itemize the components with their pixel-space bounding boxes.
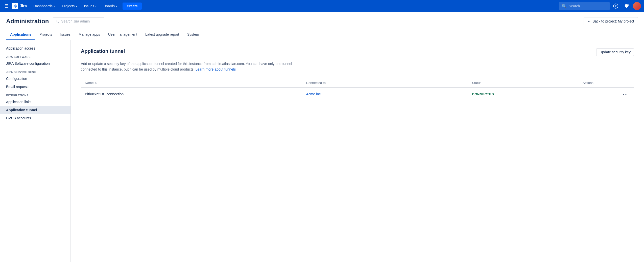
learn-more-link[interactable]: Learn more about tunnels <box>196 67 236 71</box>
nav-issues[interactable]: Issues ▾ <box>82 0 99 12</box>
sidebar-item-configuration[interactable]: Configuration <box>0 75 70 83</box>
content-wrapper: Application access JIRA SOFTWARE JIRA So… <box>0 40 644 262</box>
section-title: Application tunnel <box>81 48 125 54</box>
sidebar-section-jira-software: JIRA SOFTWARE <box>0 52 70 59</box>
tab-user-management[interactable]: User management <box>104 29 141 40</box>
sidebar-item-application-links[interactable]: Application links <box>0 98 70 106</box>
table-header-actions: Actions <box>579 78 634 88</box>
svg-text:?: ? <box>615 5 616 8</box>
tunnel-connected-to: Acme.inc <box>302 88 468 101</box>
avatar[interactable] <box>633 2 641 10</box>
chevron-down-icon: ▾ <box>54 5 55 8</box>
sidebar-item-application-access[interactable]: Application access <box>0 44 70 52</box>
main-content: Application tunnel Update security key A… <box>71 40 644 262</box>
search-icon: 🔍 <box>562 4 567 9</box>
status-badge: CONNECTED <box>472 92 494 96</box>
search-bar[interactable]: 🔍 <box>559 2 610 10</box>
description-text: Add or update a security key of the appl… <box>81 61 308 72</box>
sort-icon[interactable]: ⇅ <box>95 81 97 84</box>
admin-search-input[interactable] <box>61 19 102 23</box>
page-title: Administration <box>6 18 49 25</box>
sidebar-item-email-requests[interactable]: Email requests <box>0 83 70 91</box>
connected-to-link[interactable]: Acme.inc <box>306 92 321 96</box>
hamburger-icon[interactable]: ☰ <box>3 2 10 10</box>
jira-logo[interactable]: Jira <box>12 3 27 9</box>
top-navigation: ☰ Jira Dashboards ▾ Projects ▾ Issues ▾ … <box>0 0 644 12</box>
settings-button[interactable] <box>622 1 632 11</box>
table-row: Bitbucket DC connection Acme.inc CONNECT… <box>81 88 634 101</box>
tab-latest-upgrade-report[interactable]: Latest upgrade report <box>141 29 183 40</box>
nav-boards[interactable]: Boards ▾ <box>101 0 120 12</box>
tab-applications[interactable]: Applications <box>6 29 35 40</box>
search-input[interactable] <box>569 4 604 8</box>
search-icon <box>56 19 59 23</box>
tabs-bar: Applications Projects Issues Manage apps… <box>0 29 644 40</box>
table-header-status: Status <box>468 78 579 88</box>
table-header-connected-to: Connected to <box>302 78 468 88</box>
tab-system[interactable]: System <box>183 29 203 40</box>
nav-projects[interactable]: Projects ▾ <box>59 0 80 12</box>
table-header-name: Name ⇅ <box>81 78 302 88</box>
sidebar-section-integrations: INTEGRATIONS <box>0 91 70 98</box>
tab-projects[interactable]: Projects <box>35 29 56 40</box>
section-header: Application tunnel Update security key <box>81 48 634 56</box>
sidebar-item-application-tunnel[interactable]: Application tunnel <box>0 106 70 114</box>
tab-issues[interactable]: Issues <box>56 29 75 40</box>
sidebar-section-jira-service-desk: JIRA SERVICE DESK <box>0 68 70 75</box>
tunnel-name: Bitbucket DC connection <box>81 88 302 101</box>
chevron-down-icon: ▾ <box>95 5 97 8</box>
sidebar: Application access JIRA SOFTWARE JIRA So… <box>0 40 71 262</box>
nav-dashboards[interactable]: Dashboards ▾ <box>31 0 57 12</box>
jira-logo-text: Jira <box>20 4 27 8</box>
chevron-down-icon: ▾ <box>76 5 77 8</box>
sidebar-item-dvcs-accounts[interactable]: DVCS accounts <box>0 114 70 122</box>
tunnel-status: CONNECTED <box>468 88 579 101</box>
tab-manage-apps[interactable]: Manage apps <box>75 29 104 40</box>
actions-menu-button[interactable]: ··· <box>621 90 630 98</box>
back-arrow-icon: ← <box>587 19 591 23</box>
create-button[interactable]: Create <box>123 3 142 10</box>
update-security-key-button[interactable]: Update security key <box>596 48 634 56</box>
tunnel-actions: ··· <box>579 88 634 101</box>
help-button[interactable]: ? <box>611 1 621 11</box>
tunnel-table: Name ⇅ Connected to Status Actions Bitbu… <box>81 78 634 101</box>
sidebar-item-jira-software-config[interactable]: JIRA Software configuration <box>0 59 70 68</box>
back-to-project-button[interactable]: ← Back to project: My project <box>584 17 638 25</box>
admin-search-bar[interactable] <box>53 17 104 25</box>
admin-header: Administration ← Back to project: My pro… <box>0 12 644 25</box>
chevron-down-icon: ▾ <box>116 5 117 8</box>
